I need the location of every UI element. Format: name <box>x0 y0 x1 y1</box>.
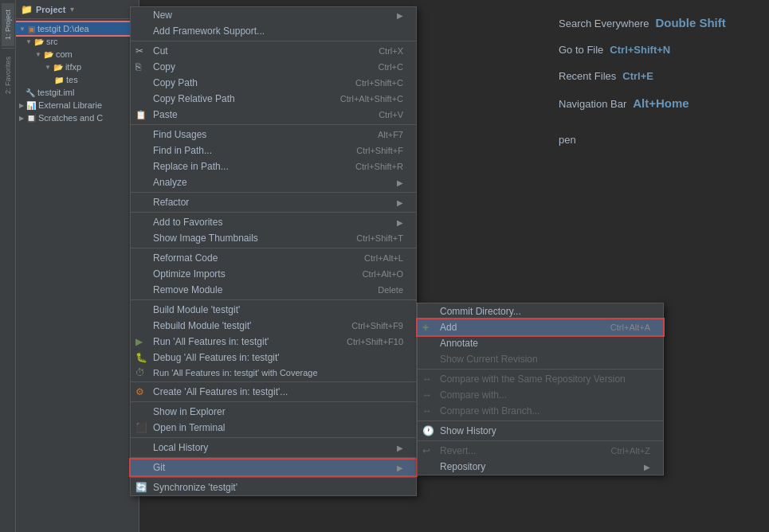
menu-item-coverage[interactable]: ⏱ Run 'All Features in: testgit' with Co… <box>131 366 416 380</box>
menu-label: Remove Module <box>153 284 222 295</box>
submenu-arrow: ▶ <box>397 11 403 20</box>
shortcut: Ctrl+Shift+F9 <box>351 321 403 331</box>
tree-item-src[interactable]: ▼ 📂 src <box>16 35 139 48</box>
menu-label: Git <box>153 462 165 473</box>
tree-item-label: External Librarie <box>38 100 102 110</box>
submenu-show-history[interactable]: 🕐 Show History <box>418 423 663 439</box>
info-row-goto: Go to File Ctrl+Shift+N <box>559 44 756 56</box>
submenu-shortcut: Ctrl+Alt+A <box>610 323 650 332</box>
submenu-shortcut: Ctrl+Alt+Z <box>610 446 650 456</box>
context-menu: New ▶ Add Framework Support... ✂ Cut Ctr… <box>130 6 417 496</box>
menu-label: Open in Terminal <box>153 422 226 433</box>
tree-item-com[interactable]: ▼ 📂 com <box>16 48 139 61</box>
info-row-open: pen <box>559 134 756 146</box>
shortcut: Ctrl+Alt+L <box>364 253 403 263</box>
paste-icon: 📋 <box>135 110 147 120</box>
submenu-arrow: ▶ <box>397 464 403 472</box>
menu-label: Create 'All Features in: testgit'... <box>153 386 288 397</box>
menu-item-run[interactable]: ▶ Run 'All Features in: testgit' Ctrl+Sh… <box>131 334 416 350</box>
menu-item-find-usages[interactable]: Find Usages Alt+F7 <box>131 127 416 143</box>
submenu-label: Show Current Revision <box>440 354 538 365</box>
tree-item-label: testgit.iml <box>37 88 74 97</box>
menu-item-show-explorer[interactable]: Show in Explorer <box>131 404 416 420</box>
submenu-divider <box>418 369 663 370</box>
menu-label: Build Module 'testgit' <box>153 304 240 315</box>
menu-item-copy-rel[interactable]: Copy Relative Path Ctrl+Alt+Shift+C <box>131 91 416 107</box>
tree-item-scratches[interactable]: ▶ 🔲 Scratches and C <box>16 111 139 124</box>
menu-item-copy-path[interactable]: Copy Path Ctrl+Shift+C <box>131 75 416 91</box>
shortcut: Ctrl+Shift+R <box>355 162 403 171</box>
tree-item-itfxp[interactable]: ▼ 📂 itfxp <box>16 61 139 73</box>
tab-favorites[interactable]: 2: Favorites <box>2 50 14 100</box>
menu-item-local-history[interactable]: Local History ▶ <box>131 440 416 456</box>
submenu-divider <box>418 440 663 441</box>
menu-item-git[interactable]: Git ▶ <box>131 460 416 475</box>
menu-item-rebuild[interactable]: Rebuild Module 'testgit' Ctrl+Shift+F9 <box>131 318 416 334</box>
submenu-label: Show History <box>440 425 496 436</box>
menu-divider <box>131 381 416 382</box>
menu-item-show-thumbs[interactable]: Show Image Thumbnails Ctrl+Shift+T <box>131 230 416 246</box>
menu-divider <box>131 124 416 125</box>
menu-label: Copy Path <box>153 77 198 88</box>
triangle-icon: ▶ <box>19 102 24 109</box>
project-title: Project <box>36 5 65 14</box>
git-submenu: Commit Directory... + Add Ctrl+Alt+A Ann… <box>417 303 664 475</box>
cut-icon: ✂ <box>135 45 143 57</box>
menu-item-cut[interactable]: ✂ Cut Ctrl+X <box>131 43 416 59</box>
menu-item-refactor[interactable]: Refactor ▶ <box>131 194 416 210</box>
submenu-compare-with: ↔ Compare with... <box>418 387 663 403</box>
menu-item-reformat[interactable]: Reformat Code Ctrl+Alt+L <box>131 250 416 266</box>
tab-project[interactable]: 1: Project <box>2 3 14 46</box>
shortcut: Alt+F7 <box>378 130 403 139</box>
dropdown-arrow[interactable]: ▾ <box>70 5 74 14</box>
menu-divider <box>131 437 416 438</box>
search-everywhere-label: Search Everywhere <box>559 18 649 29</box>
menu-item-synchronize[interactable]: 🔄 Synchronize 'testgit' <box>131 479 416 495</box>
nav-bar-shortcut: Alt+Home <box>633 96 689 110</box>
menu-divider <box>131 248 416 248</box>
submenu-annotate[interactable]: Annotate <box>418 335 663 351</box>
menu-label: New <box>153 10 172 21</box>
tree-item-label: tes <box>66 75 78 84</box>
menu-item-new[interactable]: New ▶ <box>131 7 416 23</box>
menu-item-debug[interactable]: 🐛 Debug 'All Features in: testgit' <box>131 350 416 366</box>
project-tree: ▼ ▣ testgit D:\dea ▼ 📂 src ▼ 📂 com ▼ 📂 i… <box>16 19 139 127</box>
menu-item-remove-module[interactable]: Remove Module Delete <box>131 282 416 298</box>
menu-item-add-favorites[interactable]: Add to Favorites ▶ <box>131 214 416 230</box>
create-icon: ⚙ <box>135 386 144 397</box>
submenu-label: Commit Directory... <box>440 306 521 317</box>
menu-item-add-framework[interactable]: Add Framework Support... <box>131 23 416 39</box>
recent-files-label: Recent Files <box>559 70 616 82</box>
menu-divider <box>131 477 416 478</box>
menu-divider <box>131 299 416 300</box>
menu-item-create[interactable]: ⚙ Create 'All Features in: testgit'... <box>131 384 416 400</box>
submenu-arrow: ▶ <box>397 198 403 207</box>
tree-item-testgit[interactable]: ▼ ▣ testgit D:\dea <box>16 22 139 35</box>
menu-item-analyze[interactable]: Analyze ▶ <box>131 174 416 190</box>
submenu-repository[interactable]: Repository ▶ <box>418 459 663 475</box>
menu-item-replace-path[interactable]: Replace in Path... Ctrl+Shift+R <box>131 158 416 174</box>
triangle-icon: ▼ <box>19 25 26 33</box>
terminal-icon: ⬛ <box>135 422 147 433</box>
submenu-commit-dir[interactable]: Commit Directory... <box>418 303 663 319</box>
submenu-add[interactable]: + Add Ctrl+Alt+A <box>418 319 663 335</box>
tree-item-external[interactable]: ▶ 📊 External Librarie <box>16 99 139 111</box>
submenu-label: Repository <box>440 461 485 472</box>
menu-item-paste[interactable]: 📋 Paste Ctrl+V <box>131 107 416 123</box>
info-row-nav: Navigation Bar Alt+Home <box>559 96 756 110</box>
tree-item-iml[interactable]: 🔧 testgit.iml <box>16 86 139 99</box>
shortcut: Ctrl+Shift+F <box>356 146 403 155</box>
tree-item-tes[interactable]: 📁 tes <box>16 73 139 86</box>
menu-label: Copy Relative Path <box>153 93 235 104</box>
menu-label: Find Usages <box>153 129 206 140</box>
add-icon: + <box>422 321 429 334</box>
clock-icon: 🕐 <box>422 425 434 436</box>
menu-item-copy[interactable]: ⎘ Copy Ctrl+C <box>131 59 416 75</box>
menu-item-optimize[interactable]: Optimize Imports Ctrl+Alt+O <box>131 266 416 282</box>
copy-icon: ⎘ <box>135 61 141 72</box>
shortcut: Ctrl+Shift+F10 <box>347 337 403 346</box>
menu-item-open-terminal[interactable]: ⬛ Open in Terminal <box>131 420 416 436</box>
shortcut-copy: Ctrl+C <box>379 62 403 72</box>
menu-item-build[interactable]: Build Module 'testgit' <box>131 302 416 318</box>
menu-item-find-path[interactable]: Find in Path... Ctrl+Shift+F <box>131 143 416 158</box>
